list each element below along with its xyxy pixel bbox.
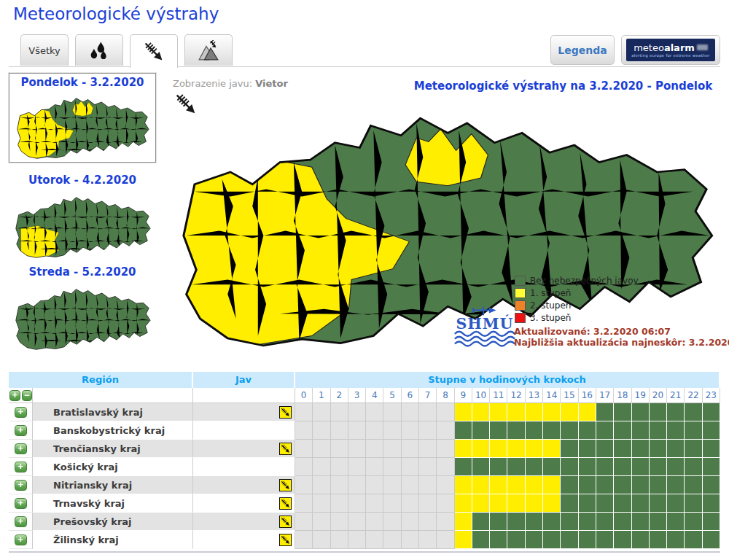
wind-warning-icon[interactable] [279, 497, 292, 510]
hour-level-cell [543, 421, 561, 440]
hour-header-cell: 6 [402, 388, 419, 403]
hour-level-cell [507, 531, 525, 549]
hour-level-cell [348, 421, 366, 440]
hour-level-cell [472, 531, 490, 549]
meteoalarm-brand1: meteo [634, 43, 664, 52]
hour-level-cell [596, 403, 614, 421]
hour-level-cell [490, 440, 507, 458]
meteoalarm-blur [697, 44, 708, 50]
hour-header-cell: 15 [561, 388, 578, 403]
expand-row-button[interactable]: + [15, 534, 27, 545]
hour-header-cell: 7 [419, 388, 437, 403]
wind-warning-icon[interactable] [279, 534, 292, 546]
hour-level-cell [650, 494, 667, 513]
hour-level-cell [331, 403, 348, 421]
legend-button[interactable]: Legenda [550, 35, 615, 65]
hour-level-cell [383, 458, 401, 476]
hour-level-cell [313, 531, 330, 549]
hour-level-cell [632, 403, 650, 421]
hour-level-cell [685, 531, 702, 549]
column-header-jav: Jav [193, 372, 295, 388]
row-expand-cell: + [9, 440, 33, 458]
hour-level-cell [366, 476, 383, 494]
hour-level-cell [490, 403, 507, 421]
hour-level-cell [561, 476, 578, 494]
hour-level-cell [650, 421, 667, 440]
expand-controls: + − [9, 388, 33, 403]
wind-warning-icon[interactable] [279, 406, 292, 419]
hour-level-cell [331, 421, 348, 440]
expand-all-button[interactable]: + [9, 390, 20, 401]
updated-line: Aktualizované: 3.2.2020 06:07 [514, 326, 729, 337]
hour-level-cell [685, 403, 702, 421]
collapse-all-button[interactable]: − [22, 390, 33, 401]
hour-level-cell [579, 531, 596, 549]
hour-level-cell [402, 494, 419, 513]
hour-header-cell: 9 [455, 388, 472, 403]
hour-level-cell [455, 494, 472, 513]
hour-level-cell [579, 421, 596, 440]
tab-all-label: Všetky [28, 45, 61, 56]
hour-level-cell [472, 421, 490, 440]
day-thumbnail-monday[interactable]: Pondelok - 3.2.2020 [9, 73, 156, 163]
hour-level-cell [402, 421, 419, 440]
hour-level-cell [632, 494, 650, 513]
hour-header-cell: 3 [348, 388, 366, 403]
day-title-wednesday: Streda - 5.2.2020 [9, 265, 156, 279]
hour-level-cell [313, 513, 330, 531]
hour-level-cell [331, 531, 348, 549]
expand-row-button[interactable]: + [15, 407, 27, 418]
wind-warning-icon[interactable] [279, 516, 292, 528]
hour-level-cell [579, 458, 596, 476]
hour-level-cell [543, 513, 561, 531]
expand-row-button[interactable]: + [15, 443, 27, 454]
hour-level-cell [383, 513, 401, 531]
tab-avalanche[interactable] [184, 34, 233, 66]
tab-wind[interactable] [130, 34, 178, 68]
hour-level-cell [313, 440, 330, 458]
tab-rain[interactable] [75, 34, 123, 66]
meteoalarm-brand2: alarm [664, 43, 695, 52]
day-thumbnail-wednesday[interactable]: Streda - 5.2.2020 [9, 265, 156, 351]
tab-all[interactable]: Všetky [20, 34, 69, 66]
day-map-wednesday [12, 281, 152, 351]
hour-header-cell: 2 [331, 388, 348, 403]
wind-warning-icon[interactable] [279, 443, 292, 455]
hour-level-cell [295, 440, 313, 458]
hour-level-cell [295, 403, 313, 421]
hour-level-cell [667, 494, 685, 513]
hour-level-cell [295, 494, 313, 513]
hour-header-cell: 22 [685, 388, 702, 403]
hour-header-cell: 23 [703, 388, 720, 403]
hour-level-cell [331, 458, 348, 476]
hour-level-cell [561, 494, 578, 513]
hour-level-cell [331, 494, 348, 513]
expand-row-button[interactable]: + [15, 516, 27, 527]
hour-level-cell [366, 513, 383, 531]
hour-level-cell [579, 440, 596, 458]
hour-level-cell [383, 531, 401, 549]
hour-level-cell [419, 458, 437, 476]
legend-swatch [515, 288, 526, 298]
hour-level-cell [437, 440, 454, 458]
hour-level-cell [632, 476, 650, 494]
hour-level-cell [437, 494, 454, 513]
expand-row-button[interactable]: + [15, 498, 27, 509]
expand-row-button[interactable]: + [15, 480, 27, 491]
hour-level-cell [507, 440, 525, 458]
hour-level-cell [614, 458, 631, 476]
expand-row-button[interactable]: + [15, 425, 27, 436]
hour-level-cell [419, 494, 437, 513]
hour-level-cell [383, 421, 401, 440]
hour-level-cell [703, 421, 720, 440]
hour-level-cell [650, 440, 667, 458]
meteoalarm-button[interactable]: meteoalarm alerting europe for extreme w… [621, 35, 720, 65]
expand-row-button[interactable]: + [15, 462, 27, 472]
jav-cell [193, 421, 295, 440]
wind-warning-icon[interactable] [279, 479, 292, 491]
hour-level-cell [348, 403, 366, 421]
hour-level-cell [437, 403, 454, 421]
day-thumbnail-tuesday[interactable]: Utorok - 4.2.2020 [9, 174, 156, 260]
hour-level-cell [472, 440, 490, 458]
hour-level-cell [614, 421, 631, 440]
